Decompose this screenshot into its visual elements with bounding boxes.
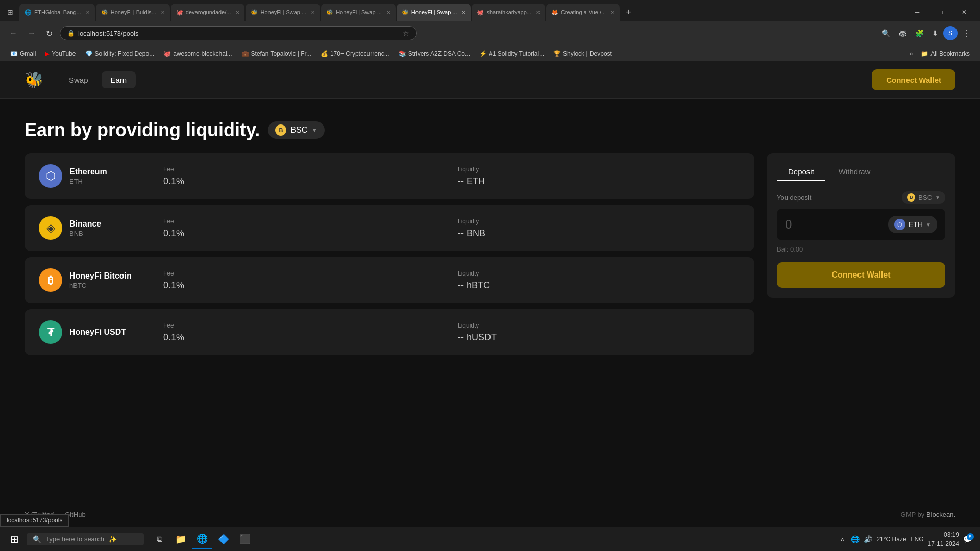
- taskbar-task-view[interactable]: ⧉: [149, 529, 169, 549]
- gmail-favicon: 📧: [10, 50, 18, 57]
- bookmark-star-icon[interactable]: ☆: [403, 29, 409, 37]
- pool-card-binance[interactable]: ◈ Binance BNB Fee 0.1% Liquidty -- BNB: [24, 205, 754, 251]
- binance-pool-icon: ◈: [39, 216, 62, 240]
- deposit-input-row[interactable]: 0 ⬡ ETH ▼: [777, 209, 945, 240]
- tab-5-favicon: 🐝: [326, 9, 333, 16]
- download-icon-btn[interactable]: ⬇: [929, 27, 941, 39]
- tab-1[interactable]: 🌐 ETHGlobal Bang... ✕: [19, 4, 95, 21]
- back-button[interactable]: ←: [6, 27, 20, 40]
- taskbar-terminal[interactable]: ⬛: [235, 529, 255, 549]
- bitcoin-fee-label: Fee: [163, 270, 446, 277]
- taskbar-vscode[interactable]: 🔷: [213, 529, 234, 549]
- pool-card-usdt[interactable]: ₮ HoneyFi USDT Fee 0.1% Liquidty -- hUSD…: [24, 309, 754, 355]
- bookmark-awesome[interactable]: 🐙 awesome-blockchai...: [159, 49, 236, 58]
- taskbar-explorer[interactable]: 📁: [170, 529, 191, 549]
- tab-1-favicon: 🌐: [24, 9, 32, 16]
- bookmark-stefan[interactable]: 💼 Stefan Topalovic | Fr...: [237, 49, 315, 58]
- binance-pool-details: Binance BNB: [69, 219, 101, 237]
- bookmark-solidity[interactable]: 💎 Solidity: Fixed Depo...: [81, 49, 159, 58]
- tray-expand[interactable]: ∧: [838, 535, 847, 544]
- taskbar-search-sparkle: ✨: [108, 535, 117, 543]
- bookmark-more[interactable]: »: [906, 49, 916, 58]
- bitcoin-liquidity-value: -- hBTC: [458, 280, 740, 291]
- tab-8-close[interactable]: ✕: [610, 10, 615, 15]
- deposit-tab[interactable]: Deposit: [777, 163, 825, 181]
- nav-links: Swap Earn: [60, 71, 136, 88]
- token-selector[interactable]: ⬡ ETH ▼: [888, 216, 937, 233]
- extension-icon-btn[interactable]: 🧩: [912, 27, 927, 39]
- footer-brand-link[interactable]: Blockean.: [926, 511, 955, 518]
- network-selector[interactable]: B BSC ▼: [268, 121, 325, 139]
- bookmark-solidity2[interactable]: ⚡ #1 Solidity Tutorial...: [475, 49, 548, 58]
- reload-button[interactable]: ↻: [43, 27, 56, 40]
- binance-pool-ticker: BNB: [69, 230, 101, 237]
- tab-7-close[interactable]: ✕: [536, 10, 540, 15]
- page-title: Earn by providing liquidity.: [24, 119, 260, 141]
- tray-volume-icon: 🔊: [864, 535, 872, 543]
- bitcoin-liquidity-stat: Liquidty -- hBTC: [458, 270, 740, 291]
- panel-network-label: BSC: [918, 194, 932, 202]
- binance-fee-stat: Fee 0.1%: [163, 218, 446, 239]
- earn-nav-link[interactable]: Earn: [102, 71, 136, 88]
- tray-notification-icon[interactable]: 💬 5: [963, 535, 972, 543]
- tab-2-close[interactable]: ✕: [161, 10, 165, 15]
- token-chevron-icon: ▼: [926, 222, 931, 228]
- panel-connect-wallet-button[interactable]: Connect Wallet: [777, 262, 945, 288]
- tab-3[interactable]: 🐙 devarogundade/... ✕: [171, 4, 245, 21]
- tab-6-close[interactable]: ✕: [461, 10, 465, 15]
- tab-4-close[interactable]: ✕: [311, 10, 315, 15]
- balance-display: Bal: 0.00: [777, 245, 945, 253]
- profile-avatar-btn[interactable]: S: [943, 26, 958, 40]
- network-label: BSC: [290, 126, 307, 135]
- search-icon-btn[interactable]: 🔍: [878, 27, 893, 39]
- header-connect-wallet-button[interactable]: Connect Wallet: [872, 69, 955, 90]
- tab-3-close[interactable]: ✕: [235, 10, 239, 15]
- bookmark-crypto[interactable]: 💰 170+ Cryptocurrenc...: [316, 49, 394, 58]
- profile-icon-btn[interactable]: 🦝: [895, 27, 910, 39]
- tab-1-close[interactable]: ✕: [86, 10, 90, 15]
- bookmark-youtube[interactable]: ▶ YouTube: [41, 49, 80, 58]
- withdraw-tab[interactable]: Withdraw: [827, 163, 882, 181]
- taskbar-search[interactable]: 🔍 Type here to search ✨: [27, 533, 144, 545]
- start-button[interactable]: ⊞: [4, 529, 24, 549]
- forward-button[interactable]: →: [24, 27, 39, 40]
- address-bar[interactable]: 🔒 localhost:5173/pools ☆: [60, 26, 417, 40]
- strivers-label: Strivers A2Z DSA Co...: [408, 50, 470, 57]
- tab-2[interactable]: 🐝 HoneyFi | Buidis... ✕: [96, 4, 170, 21]
- bookmark-strivers[interactable]: 📚 Strivers A2Z DSA Co...: [395, 49, 474, 58]
- ethereum-liquidity-value: -- ETH: [458, 176, 740, 187]
- awesome-label: awesome-blockchai...: [173, 50, 232, 57]
- tab-6-active[interactable]: 🐝 HoneyFi | Swap ... ✕: [397, 4, 471, 21]
- pool-info-binance: ◈ Binance BNB: [39, 216, 151, 240]
- tab-8-favicon: 🦊: [551, 9, 558, 16]
- tray-clock[interactable]: 03:19 17-11-2024: [928, 530, 959, 548]
- menu-icon-btn[interactable]: ⋮: [960, 27, 974, 40]
- taskbar-chrome[interactable]: 🌐: [192, 529, 212, 549]
- tab-7[interactable]: 🐙 sharathkariyapp... ✕: [472, 4, 545, 21]
- tray-time: 03:19: [928, 530, 959, 539]
- tab-8[interactable]: 🦊 Creating a Vue /... ✕: [546, 4, 620, 21]
- bookmarks-bar: 📧 Gmail ▶ YouTube 💎 Solidity: Fixed Depo…: [0, 45, 980, 61]
- close-button[interactable]: ✕: [952, 4, 976, 20]
- add-tab-button[interactable]: +: [622, 5, 635, 20]
- page-title-row: Earn by providing liquidity. B BSC ▼: [24, 119, 955, 141]
- right-panel: Deposit Withdraw You deposit B BSC ▼: [767, 153, 955, 298]
- tab-5[interactable]: 🐝 HoneyFi | Swap ... ✕: [321, 4, 396, 21]
- panel-network-selector[interactable]: B BSC ▼: [902, 191, 945, 204]
- pools-list: ⬡ Ethereum ETH Fee 0.1% Liquidty -- ETH: [24, 153, 754, 355]
- maximize-button[interactable]: □: [929, 4, 952, 20]
- new-tab-group-btn[interactable]: ⊞: [4, 6, 16, 18]
- bookmark-shylock[interactable]: 🏆 Shylock | Devpost: [549, 49, 616, 58]
- minimize-button[interactable]: ─: [905, 4, 929, 20]
- tab-4[interactable]: 🐝 HoneyFi | Swap ... ✕: [246, 4, 320, 21]
- binance-fee-value: 0.1%: [163, 228, 446, 239]
- bitcoin-fee-value: 0.1%: [163, 280, 446, 291]
- tab-5-close[interactable]: ✕: [386, 10, 390, 15]
- bookmark-gmail[interactable]: 📧 Gmail: [6, 49, 40, 58]
- content-area: ⬡ Ethereum ETH Fee 0.1% Liquidty -- ETH: [24, 153, 955, 355]
- pool-card-ethereum[interactable]: ⬡ Ethereum ETH Fee 0.1% Liquidty -- ETH: [24, 153, 754, 199]
- stefan-label: Stefan Topalovic | Fr...: [251, 50, 311, 57]
- all-bookmarks[interactable]: 📁 All Bookmarks: [917, 49, 974, 58]
- pool-card-bitcoin[interactable]: ₿ HoneyFi Bitcoin hBTC Fee 0.1% Liquidty…: [24, 257, 754, 303]
- swap-nav-link[interactable]: Swap: [60, 71, 97, 88]
